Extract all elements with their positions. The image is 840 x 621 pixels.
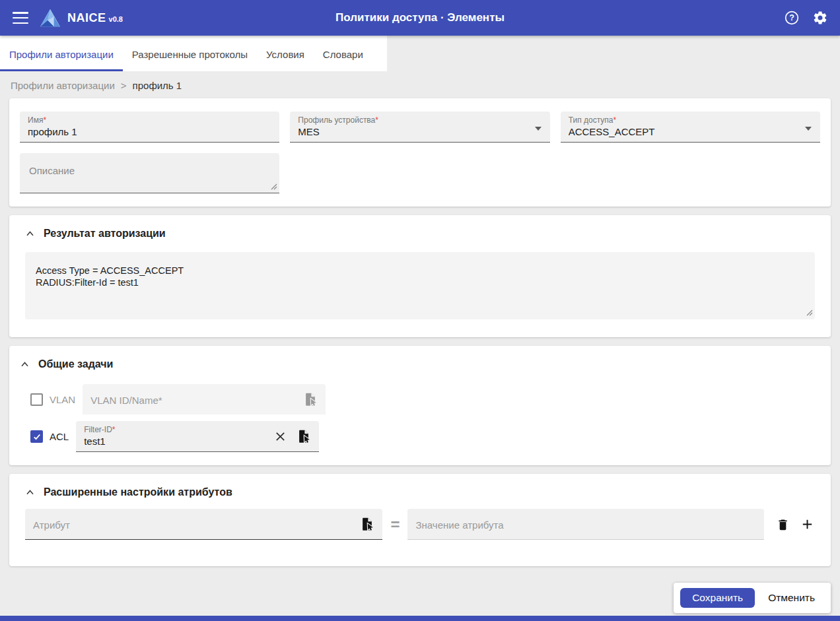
authorization-result-card: Результат авторизации Access Type = ACCE… xyxy=(9,215,831,337)
plus-icon[interactable] xyxy=(800,517,815,532)
acl-checkbox[interactable] xyxy=(30,430,43,443)
attribute-row: Атрибут = Значение атрибута xyxy=(25,509,815,540)
footer-bar xyxy=(0,616,840,621)
attribute-placeholder: Атрибут xyxy=(33,519,374,531)
device-profile-value: MES xyxy=(298,126,542,137)
name-field-label: Имя* xyxy=(28,115,271,125)
app-bar: NAICE v0.8 Политики доступа · Элементы ? xyxy=(0,0,840,36)
device-profile-select[interactable]: Профиль устройства* MES xyxy=(290,112,549,143)
breadcrumb: Профили авторизации > профиль 1 xyxy=(0,71,840,98)
description-textarea[interactable] xyxy=(20,153,279,193)
vlan-id-field[interactable]: VLAN ID/Name* xyxy=(83,384,326,414)
file-select-icon[interactable] xyxy=(297,429,311,443)
chevron-down-icon xyxy=(805,127,812,131)
tab-authorization-profiles[interactable]: Профили авторизации xyxy=(0,36,123,71)
section-title-authorization-result: Результат авторизации xyxy=(44,228,166,240)
acl-checkbox-label: ACL xyxy=(50,431,69,442)
section-title-common-tasks: Общие задачи xyxy=(38,358,113,370)
file-select-icon[interactable] xyxy=(360,517,374,531)
trash-icon[interactable] xyxy=(776,517,790,532)
filter-id-field[interactable]: Filter-ID* test1 xyxy=(76,421,319,452)
tab-bar: Профили авторизации Разрешенные протокол… xyxy=(0,36,840,71)
profile-form-card: Имя* профиль 1 Профиль устройства* MES Т… xyxy=(9,98,831,207)
tab-conditions[interactable]: Условия xyxy=(257,36,314,71)
brand: NAICE v0.8 xyxy=(67,11,123,25)
tab-dictionaries[interactable]: Словари xyxy=(314,36,372,71)
advanced-attributes-card: Расширенные настройки атрибутов Атрибут … xyxy=(9,474,831,566)
common-tasks-card: Общие задачи VLAN VLAN ID/Name* ACL Filt… xyxy=(9,346,831,465)
help-icon[interactable]: ? xyxy=(783,9,800,26)
acl-task-row: ACL Filter-ID* test1 xyxy=(30,421,820,452)
vlan-checkbox[interactable] xyxy=(30,393,43,406)
file-select-icon xyxy=(303,392,318,407)
actions-panel: Сохранить Отменить xyxy=(674,583,831,613)
save-button[interactable]: Сохранить xyxy=(680,588,755,608)
attribute-value-placeholder: Значение атрибута xyxy=(415,519,756,531)
access-type-select[interactable]: Тип доступа* ACCESS_ACCEPT xyxy=(561,112,820,143)
app-logo-icon xyxy=(39,8,61,28)
section-title-advanced-attributes: Расширенные настройки атрибутов xyxy=(44,486,232,498)
device-profile-label: Профиль устройства* xyxy=(298,115,542,125)
chevron-up-icon[interactable] xyxy=(25,488,35,498)
breadcrumb-separator: > xyxy=(121,80,127,91)
page-title: Политики доступа · Элементы xyxy=(335,11,505,24)
name-field[interactable]: Имя* профиль 1 xyxy=(20,112,279,143)
app-version: v0.8 xyxy=(109,15,123,23)
cancel-button[interactable]: Отменить xyxy=(759,588,824,608)
breadcrumb-current: профиль 1 xyxy=(133,80,182,91)
authorization-result-textarea[interactable]: Access Type = ACCESS_ACCEPT RADIUS:Filte… xyxy=(25,252,815,319)
chevron-up-icon[interactable] xyxy=(25,229,35,239)
breadcrumb-parent-link[interactable]: Профили авторизации xyxy=(11,80,115,91)
attribute-field[interactable]: Атрибут xyxy=(25,509,382,540)
vlan-task-row: VLAN VLAN ID/Name* xyxy=(30,384,820,414)
close-icon[interactable] xyxy=(274,430,287,443)
name-field-value: профиль 1 xyxy=(28,126,271,137)
attribute-value-field[interactable]: Значение атрибута xyxy=(407,509,764,540)
chevron-down-icon xyxy=(535,127,542,131)
equals-sign: = xyxy=(390,515,400,534)
vlan-id-placeholder: VLAN ID/Name* xyxy=(90,395,318,406)
menu-icon[interactable] xyxy=(13,12,28,24)
tab-allowed-protocols[interactable]: Разрешенные протоколы xyxy=(123,36,257,71)
access-type-label: Тип доступа* xyxy=(569,115,812,125)
access-type-value: ACCESS_ACCEPT xyxy=(569,126,812,137)
vlan-checkbox-label: VLAN xyxy=(50,394,75,405)
app-name: NAICE xyxy=(67,11,106,25)
gear-icon[interactable] xyxy=(812,9,829,26)
svg-text:?: ? xyxy=(789,13,794,22)
chevron-up-icon[interactable] xyxy=(20,360,30,370)
